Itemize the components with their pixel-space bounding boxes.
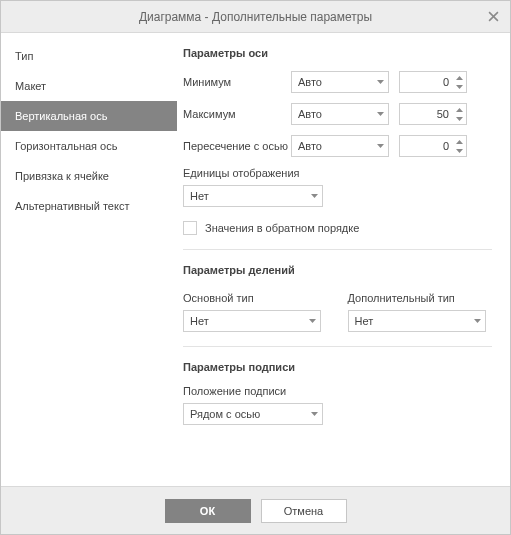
sidebar: Тип Макет Вертикальная ось Горизонтальна… xyxy=(1,33,177,486)
row-cross: Пересечение с осью Авто 0 xyxy=(183,135,492,157)
spin-value: 0 xyxy=(404,140,452,152)
cancel-button[interactable]: Отмена xyxy=(261,499,347,523)
select-value: Рядом с осью xyxy=(190,408,260,420)
separator xyxy=(183,249,492,250)
maximum-label: Максимум xyxy=(183,107,291,121)
sidebar-item-type[interactable]: Тип xyxy=(1,41,177,71)
sidebar-item-horizontal-axis[interactable]: Горизонтальная ось xyxy=(1,131,177,161)
chevron-down-icon xyxy=(377,144,384,148)
row-minimum: Минимум Авто 0 xyxy=(183,71,492,93)
reverse-order-checkbox[interactable] xyxy=(183,221,197,235)
units-label: Единицы отображения xyxy=(183,167,492,179)
footer: ОК Отмена xyxy=(1,486,510,534)
col-major: Основной тип Нет xyxy=(183,288,328,332)
sidebar-item-label: Макет xyxy=(15,80,46,92)
sidebar-item-label: Альтернативный текст xyxy=(15,200,129,212)
ticks-columns: Основной тип Нет Дополнительный тип Нет xyxy=(183,288,492,332)
minor-type-label: Дополнительный тип xyxy=(348,292,493,304)
chevron-up-icon[interactable] xyxy=(454,105,464,114)
dialog-title: Диаграмма - Дополнительные параметры xyxy=(139,10,372,24)
maximum-value-spin[interactable]: 50 xyxy=(399,103,467,125)
chevron-up-icon[interactable] xyxy=(454,137,464,146)
content-panel: Параметры оси Минимум Авто 0 Максимум xyxy=(177,33,510,486)
spin-value: 50 xyxy=(404,108,452,120)
select-value: Авто xyxy=(298,76,322,88)
chevron-down-icon xyxy=(377,80,384,84)
button-label: ОК xyxy=(200,505,215,517)
major-type-label: Основной тип xyxy=(183,292,328,304)
chevron-down-icon xyxy=(311,194,318,198)
row-maximum: Максимум Авто 50 xyxy=(183,103,492,125)
units-select[interactable]: Нет xyxy=(183,185,323,207)
major-type-select[interactable]: Нет xyxy=(183,310,321,332)
titlebar: Диаграмма - Дополнительные параметры xyxy=(1,1,510,33)
cross-value-spin[interactable]: 0 xyxy=(399,135,467,157)
select-value: Авто xyxy=(298,108,322,120)
reverse-order-label: Значения в обратном порядке xyxy=(205,222,359,234)
spin-value: 0 xyxy=(404,76,452,88)
section-title-ticks: Параметры делений xyxy=(183,264,492,276)
label-position-select[interactable]: Рядом с осью xyxy=(183,403,323,425)
select-value: Нет xyxy=(355,315,374,327)
dialog-body: Тип Макет Вертикальная ось Горизонтальна… xyxy=(1,33,510,486)
chevron-down-icon[interactable] xyxy=(454,82,464,91)
col-minor: Дополнительный тип Нет xyxy=(348,288,493,332)
chevron-down-icon[interactable] xyxy=(454,114,464,123)
select-value: Нет xyxy=(190,315,209,327)
sidebar-item-vertical-axis[interactable]: Вертикальная ось xyxy=(1,101,177,131)
section-title-axis: Параметры оси xyxy=(183,47,492,59)
sidebar-item-layout[interactable]: Макет xyxy=(1,71,177,101)
spin-arrows xyxy=(454,137,464,155)
sidebar-item-label: Горизонтальная ось xyxy=(15,140,117,152)
minimum-mode-select[interactable]: Авто xyxy=(291,71,389,93)
sidebar-item-label: Привязка к ячейке xyxy=(15,170,109,182)
select-value: Авто xyxy=(298,140,322,152)
separator xyxy=(183,346,492,347)
sidebar-item-alt-text[interactable]: Альтернативный текст xyxy=(1,191,177,221)
ok-button[interactable]: ОК xyxy=(165,499,251,523)
chevron-down-icon[interactable] xyxy=(454,146,464,155)
cross-mode-select[interactable]: Авто xyxy=(291,135,389,157)
chevron-down-icon xyxy=(311,412,318,416)
minimum-label: Минимум xyxy=(183,75,291,89)
section-title-labels: Параметры подписи xyxy=(183,361,492,373)
spin-arrows xyxy=(454,105,464,123)
chevron-down-icon xyxy=(377,112,384,116)
minimum-value-spin[interactable]: 0 xyxy=(399,71,467,93)
select-value: Нет xyxy=(190,190,209,202)
chevron-down-icon xyxy=(309,319,316,323)
sidebar-item-label: Тип xyxy=(15,50,33,62)
maximum-mode-select[interactable]: Авто xyxy=(291,103,389,125)
chevron-down-icon xyxy=(474,319,481,323)
label-position-label: Положение подписи xyxy=(183,385,492,397)
dialog-chart-advanced: Диаграмма - Дополнительные параметры Тип… xyxy=(0,0,511,535)
spin-arrows xyxy=(454,73,464,91)
sidebar-item-cell-snapping[interactable]: Привязка к ячейке xyxy=(1,161,177,191)
minor-type-select[interactable]: Нет xyxy=(348,310,486,332)
row-reverse: Значения в обратном порядке xyxy=(183,221,492,235)
button-label: Отмена xyxy=(284,505,323,517)
chevron-up-icon[interactable] xyxy=(454,73,464,82)
close-icon[interactable] xyxy=(482,5,504,27)
cross-label: Пересечение с осью xyxy=(183,139,291,153)
sidebar-item-label: Вертикальная ось xyxy=(15,110,107,122)
